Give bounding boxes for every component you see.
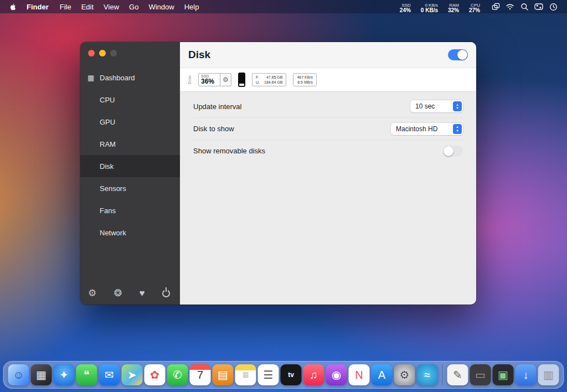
dock-maps[interactable]: ➤ bbox=[122, 364, 143, 385]
dock-tv[interactable]: tv bbox=[281, 364, 302, 385]
calendar-icon: 7 bbox=[197, 369, 203, 380]
percent-widget-value: 36% bbox=[201, 78, 217, 85]
minimize-button[interactable] bbox=[99, 50, 106, 56]
sidebar-item-ram[interactable]: RAM bbox=[80, 133, 180, 155]
sidebar-item-label: Fans bbox=[100, 207, 116, 215]
facetime-icon: ✆ bbox=[173, 369, 182, 380]
minimized-window-1-icon: ▭ bbox=[475, 369, 486, 380]
sidebar-item-cpu[interactable]: CPU bbox=[80, 89, 180, 111]
dock: ☺▦✦❝✉➤✿✆7▤≡☰tv♫◉NA⚙≈✎▭▣↓▥ bbox=[3, 361, 564, 389]
dock-books[interactable]: ▤ bbox=[213, 364, 234, 385]
free-value: 47.85 GB bbox=[266, 75, 283, 80]
dock-reminders[interactable]: ☰ bbox=[258, 364, 279, 385]
dock-messages[interactable]: ❝ bbox=[76, 364, 97, 385]
window-sidebar: ▦DashboardCPUGPURAMDiskSensorsFansNetwor… bbox=[80, 42, 180, 305]
update-interval-select[interactable]: 10 sec ▲▼ bbox=[410, 100, 463, 112]
menu-bar: Finder FileEditViewGoWindowHelp SSD24%0 … bbox=[0, 0, 567, 13]
dock-minimized-window-1[interactable]: ▭ bbox=[470, 364, 491, 385]
power-icon[interactable] bbox=[162, 290, 170, 297]
menu-edit[interactable]: Edit bbox=[76, 3, 99, 11]
sidebar-item-label: Network bbox=[100, 229, 126, 237]
mail-icon: ✉ bbox=[105, 369, 114, 380]
finder-icon: ☺ bbox=[13, 369, 24, 380]
search-icon[interactable] bbox=[517, 3, 532, 11]
status-item-3[interactable]: CPU27% bbox=[469, 3, 480, 14]
stats-settings-window: ▦DashboardCPUGPURAMDiskSensorsFansNetwor… bbox=[80, 42, 476, 305]
dock-stats[interactable]: ≈ bbox=[417, 364, 438, 385]
disk-speed-widget[interactable]: 467 KB/s 8.5 MB/s bbox=[293, 73, 316, 87]
messages-icon: ❝ bbox=[84, 369, 90, 380]
status-item-0[interactable]: SSD24% bbox=[400, 3, 411, 14]
trash-icon: ▥ bbox=[543, 369, 554, 380]
dock-launchpad[interactable]: ▦ bbox=[31, 364, 52, 385]
dock-app-store[interactable]: A bbox=[372, 364, 393, 385]
content-header[interactable]: Disk bbox=[180, 42, 476, 68]
dock-finder[interactable]: ☺ bbox=[8, 364, 29, 385]
donate-heart-icon[interactable]: ♥ bbox=[139, 288, 145, 298]
sidebar-item-label: Disk bbox=[100, 162, 114, 171]
disk-usage-widget[interactable]: F: 47.85 GB U: 184.84 GB bbox=[252, 73, 286, 87]
status-value: 27% bbox=[469, 8, 480, 14]
toggle-knob bbox=[444, 146, 453, 156]
control-center-icon[interactable] bbox=[532, 3, 546, 11]
dock-system-preferences[interactable]: ⚙ bbox=[394, 364, 415, 385]
window-content: Disk Disk SSD 36% ⚙ F: bbox=[180, 42, 476, 305]
dock-facetime[interactable]: ✆ bbox=[167, 364, 188, 385]
zoom-button[interactable] bbox=[110, 50, 117, 56]
menu-file[interactable]: File bbox=[55, 3, 76, 11]
status-item-2[interactable]: RAM32% bbox=[448, 3, 459, 14]
windows-icon[interactable] bbox=[488, 3, 503, 11]
apple-logo-icon bbox=[9, 3, 16, 11]
dock-minimized-window-2[interactable]: ▣ bbox=[493, 364, 514, 385]
menu-window[interactable]: Window bbox=[143, 3, 179, 11]
sidebar-item-disk[interactable]: Disk bbox=[80, 155, 180, 177]
dock-calendar[interactable]: 7 bbox=[190, 364, 211, 385]
desktop-wallpaper: Finder FileEditViewGoWindowHelp SSD24%0 … bbox=[0, 0, 567, 392]
widget-settings-gear-icon[interactable]: ⚙ bbox=[220, 73, 231, 86]
disk-bar-widget[interactable] bbox=[238, 73, 245, 87]
app-menu-finder[interactable]: Finder bbox=[22, 3, 54, 11]
sidebar-item-label: Sensors bbox=[100, 184, 126, 193]
menu-go[interactable]: Go bbox=[124, 3, 143, 11]
dock-safari[interactable]: ✦ bbox=[54, 364, 75, 385]
wifi-icon[interactable] bbox=[503, 3, 517, 11]
dock-music[interactable]: ♫ bbox=[303, 364, 324, 385]
bug-icon[interactable]: ❂ bbox=[114, 288, 122, 298]
sidebar-item-label: GPU bbox=[100, 118, 115, 126]
widget-preview-bar: Disk SSD 36% ⚙ F: 47.85 GB U: bbox=[180, 68, 476, 92]
apple-menu[interactable] bbox=[7, 3, 20, 11]
menu-view[interactable]: View bbox=[99, 3, 124, 11]
minimized-window-2-icon: ▣ bbox=[498, 369, 508, 380]
dock-trash[interactable]: ▥ bbox=[538, 364, 559, 385]
dock-minimized-document[interactable]: ✎ bbox=[447, 364, 468, 385]
show-removable-toggle[interactable] bbox=[443, 146, 463, 157]
disk-to-show-select[interactable]: Macintosh HD ▲▼ bbox=[391, 123, 463, 135]
clock-icon[interactable] bbox=[546, 3, 560, 11]
safari-icon: ✦ bbox=[59, 369, 69, 380]
status-item-1[interactable]: 0 KB/s0 KB/s bbox=[421, 3, 438, 14]
music-icon: ♫ bbox=[310, 369, 318, 380]
sidebar-item-label: RAM bbox=[100, 140, 116, 148]
settings-gear-icon[interactable]: ⚙ bbox=[88, 288, 96, 298]
sidebar-item-network[interactable]: Network bbox=[80, 221, 180, 244]
dock-podcasts[interactable]: ◉ bbox=[326, 364, 347, 385]
launchpad-icon: ▦ bbox=[36, 369, 47, 380]
widget-orientation-label: Disk bbox=[188, 75, 192, 84]
dock-notes[interactable]: ≡ bbox=[235, 364, 256, 385]
dock-news[interactable]: N bbox=[349, 364, 370, 385]
reminders-icon: ☰ bbox=[264, 369, 274, 380]
select-chevrons-icon: ▲▼ bbox=[453, 124, 462, 134]
notes-icon: ≡ bbox=[243, 369, 249, 380]
dock-mail[interactable]: ✉ bbox=[99, 364, 120, 385]
dock-photos[interactable]: ✿ bbox=[145, 364, 166, 385]
dock-downloads[interactable]: ↓ bbox=[516, 364, 537, 385]
menu-help[interactable]: Help bbox=[179, 3, 204, 11]
sidebar-item-sensors[interactable]: Sensors bbox=[80, 177, 180, 199]
disk-to-show-value: Macintosh HD bbox=[396, 125, 437, 133]
sidebar-item-fans[interactable]: Fans bbox=[80, 199, 180, 221]
sidebar-item-dashboard[interactable]: ▦Dashboard bbox=[80, 66, 180, 89]
percent-widget[interactable]: SSD 36% ⚙ bbox=[198, 73, 231, 86]
sidebar-item-gpu[interactable]: GPU bbox=[80, 111, 180, 133]
disk-module-toggle[interactable] bbox=[448, 49, 468, 60]
close-button[interactable] bbox=[88, 50, 95, 56]
